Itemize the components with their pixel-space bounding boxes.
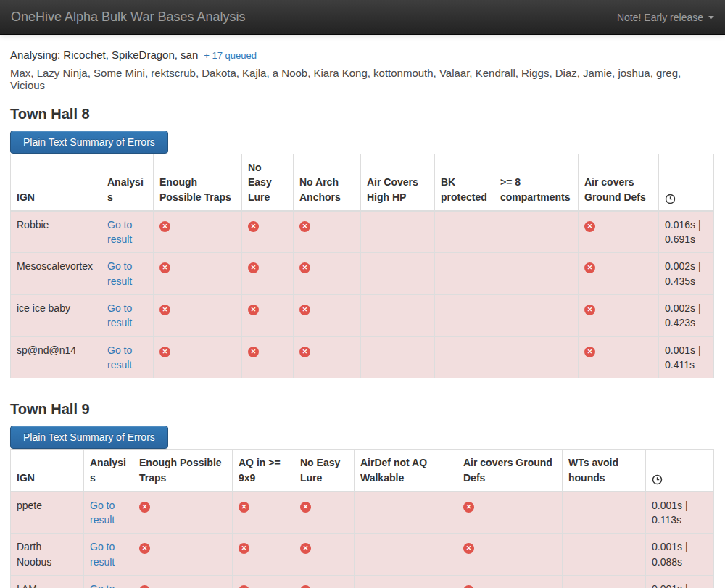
analysis-cell: Go to result (102, 336, 154, 378)
go-to-result-link[interactable]: Go to result (90, 541, 115, 567)
error-icon: ✕ (299, 305, 310, 315)
table-row: sp@nd@n14Go to result✕✕✕✕0.001s | 0.411s (11, 336, 714, 378)
column-header: Enough Possible Traps (154, 154, 242, 211)
error-icon: ✕ (299, 221, 310, 232)
check-cell (361, 253, 435, 295)
check-cell: ✕ (457, 492, 563, 534)
check-cell: ✕ (133, 534, 233, 576)
error-icon: ✕ (463, 502, 474, 513)
go-to-result-link[interactable]: Go to result (107, 344, 132, 370)
error-icon: ✕ (463, 543, 474, 554)
ign-cell: Mesoscalevortex (11, 253, 102, 295)
go-to-result-link[interactable]: Go to result (107, 260, 132, 286)
check-cell (494, 336, 579, 378)
queued-names-text: Max, Lazy Ninja, Some Mini, rektscrub, D… (10, 67, 715, 91)
check-cell: ✕ (154, 211, 242, 253)
navbar-dropdown-note[interactable]: Note! Early release (617, 12, 714, 23)
error-icon: ✕ (248, 262, 259, 273)
check-cell: ✕ (457, 576, 563, 588)
check-cell (435, 295, 494, 337)
column-header: Analysis (84, 450, 133, 492)
check-cell: ✕ (133, 492, 233, 534)
clock-icon (652, 474, 663, 485)
time-cell: 0.002s | 0.423s (659, 295, 714, 337)
check-cell (494, 211, 579, 253)
check-cell (563, 534, 646, 576)
error-icon: ✕ (584, 221, 595, 232)
time-cell: 0.001s | 0.411s (659, 336, 714, 378)
check-cell: ✕ (294, 534, 355, 576)
queued-link[interactable]: + 17 queued (204, 50, 257, 61)
analysis-cell: Go to result (102, 295, 154, 337)
table-row: MesoscalevortexGo to result✕✕✕✕0.002s | … (11, 253, 714, 295)
ign-cell: Darth Noobus (11, 534, 84, 576)
check-cell: ✕ (294, 211, 361, 253)
header-row: IGNAnalysisEnough Possible TrapsAQ in >=… (11, 450, 714, 492)
table-row: ppeteGo to result✕✕✕✕0.001s | 0.113s (11, 492, 714, 534)
error-icon: ✕ (239, 543, 249, 554)
error-icon: ✕ (239, 502, 249, 513)
error-icon: ✕ (160, 347, 170, 357)
navbar-dropdown-label: Note! Early release (617, 12, 703, 23)
check-cell (355, 576, 457, 588)
check-cell (355, 534, 457, 576)
error-icon: ✕ (160, 305, 170, 315)
check-cell (435, 253, 494, 295)
error-icon: ✕ (300, 502, 311, 513)
check-cell: ✕ (579, 336, 659, 378)
check-cell: ✕ (294, 576, 355, 588)
check-cell: ✕ (242, 211, 294, 253)
time-cell: 0.002s | 0.435s (659, 253, 714, 295)
check-cell (435, 336, 494, 378)
go-to-result-link[interactable]: Go to result (107, 302, 132, 328)
table-row: I AM SPARTA!!1!Go to result✕✕✕✕0.001s | … (11, 576, 714, 588)
table-row: ice ice babyGo to result✕✕✕✕0.002s | 0.4… (11, 295, 714, 337)
chevron-down-icon (708, 16, 714, 19)
check-cell: ✕ (233, 492, 294, 534)
error-icon: ✕ (299, 262, 310, 273)
check-cell (361, 211, 435, 253)
column-header: Air covers Ground Defs (579, 154, 659, 211)
ign-cell: Robbie (11, 211, 102, 253)
ign-cell: ppete (11, 492, 84, 534)
go-to-result-link[interactable]: Go to result (90, 583, 115, 588)
plain-text-summary-button-th9[interactable]: Plain Text Summary of Errors (10, 426, 168, 449)
column-header: WTs avoid hounds (563, 450, 646, 492)
error-icon: ✕ (584, 347, 595, 357)
check-cell: ✕ (579, 253, 659, 295)
go-to-result-link[interactable]: Go to result (107, 219, 132, 245)
navbar-brand[interactable]: OneHive Alpha Bulk War Bases Analysis (11, 9, 245, 25)
time-cell: 0.001s | 0.086s (646, 576, 714, 588)
analysis-table-th9: IGNAnalysisEnough Possible TrapsAQ in >=… (10, 449, 714, 588)
error-icon: ✕ (299, 347, 310, 357)
time-cell: 0.016s | 0.691s (659, 211, 714, 253)
analysis-cell: Go to result (102, 211, 154, 253)
table-row: Darth NoobusGo to result✕✕✕✕0.001s | 0.0… (11, 534, 714, 576)
error-icon: ✕ (300, 543, 311, 554)
check-cell: ✕ (294, 295, 361, 337)
section-heading-th9: Town Hall 9 (10, 401, 715, 418)
ign-cell: I AM SPARTA!!1! (11, 576, 84, 588)
error-icon: ✕ (160, 262, 170, 273)
check-cell: ✕ (233, 576, 294, 588)
error-icon: ✕ (139, 543, 150, 554)
time-cell: 0.001s | 0.088s (646, 534, 714, 576)
error-icon: ✕ (300, 585, 311, 588)
column-header: Enough Possible Traps (133, 450, 233, 492)
analysing-line: Analysing: Ricochet, SpikeDragon, san+ 1… (10, 49, 715, 61)
check-cell: ✕ (133, 576, 233, 588)
check-cell: ✕ (242, 295, 294, 337)
section-heading-th8: Town Hall 8 (10, 106, 715, 123)
town-hall-9-section: Town Hall 9 Plain Text Summary of Errors… (10, 401, 715, 588)
check-cell: ✕ (154, 336, 242, 378)
main-content: Analysing: Ricochet, SpikeDragon, san+ 1… (0, 49, 725, 588)
column-header: Air covers Ground Defs (457, 450, 563, 492)
go-to-result-link[interactable]: Go to result (90, 500, 115, 526)
check-cell: ✕ (154, 295, 242, 337)
error-icon: ✕ (463, 585, 474, 588)
plain-text-summary-button-th8[interactable]: Plain Text Summary of Errors (10, 131, 168, 154)
analysis-cell: Go to result (84, 534, 133, 576)
check-cell (494, 295, 579, 337)
column-header: No Easy Lure (294, 450, 355, 492)
check-cell: ✕ (233, 534, 294, 576)
